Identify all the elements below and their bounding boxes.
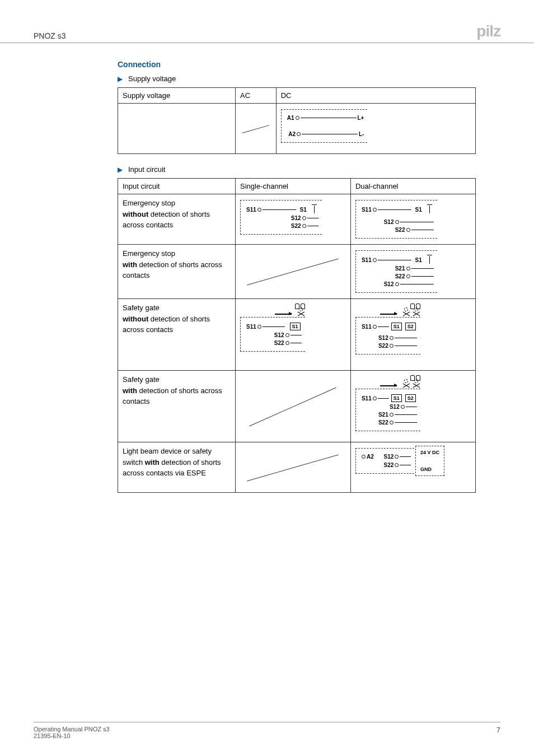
row5-desc: Light beam device or safety switch with … [118,442,236,493]
input-circuit-bullet-text: Input circuit [128,165,165,174]
actuator-icon [297,310,305,318]
input-head-1: Input circuit [118,179,236,194]
row4-desc: Safety gate with detection of shorts acr… [118,371,236,442]
supply-head-3: DC [276,88,475,104]
supply-voltage-table: Supply voltage AC DC A1 L+ A2 L- [118,87,476,154]
estop-icon [426,206,434,213]
actuator-icon [413,310,420,318]
row5-dual: A2 S12 S22 24 V DC GND [350,442,475,493]
estop-icon [311,206,318,213]
footer-doc-number: 21395-EN-10 [34,732,110,739]
footer-left: Operating Manual PNOZ s3 21395-EN-10 [34,726,110,739]
row4-dual: S11 S1S2 S12 S21 S22 [350,371,475,442]
row3-dual: S11 S1S2 S12 S22 [350,299,475,371]
row2-dual: S11 S1 S21 S22 S12 [350,245,475,299]
actuator-icon [413,382,420,390]
arrow-icon [380,385,397,386]
bullet-icon: ▶ [118,166,123,174]
product-name: PNOZ s3 [34,31,66,40]
supply-desc-cell [118,104,236,154]
input-circuit-bullet-line: ▶ Input circuit [118,165,495,174]
page-header: PNOZ s3 pilz [0,0,534,43]
footer-page-number: 7 [496,726,500,739]
row2-desc: Emergency stop with detection of shorts … [118,245,236,299]
row1-dual: S11 S1 S12 S22 [350,194,475,245]
row3-single: S11 S1 S12 S22 [236,299,351,371]
row4-single [236,371,351,442]
row2-single [236,245,351,299]
brand-logo: pilz [476,22,500,40]
footer-manual-title: Operating Manual PNOZ s3 [34,726,110,732]
input-circuit-table: Input circuit Single-channel Dual-channe… [118,178,476,493]
main-content: Connection ▶ Supply voltage Supply volta… [0,43,534,493]
row3-desc: Safety gate without detection of shorts … [118,299,236,371]
input-head-3: Dual-channel [350,179,475,194]
supply-head-2: AC [236,88,277,104]
row1-desc: Emergency stop without detection of shor… [118,194,236,245]
arrow-icon [380,314,397,314]
page-footer: Operating Manual PNOZ s3 21395-EN-10 7 [34,722,500,739]
actuator-icon [402,310,410,318]
bullet-icon: ▶ [118,75,123,83]
row5-single [236,442,351,493]
supply-voltage-bullet-line: ▶ Supply voltage [118,74,495,83]
connection-heading: Connection [118,60,495,69]
arrow-icon [275,314,292,314]
supply-dc-cell: A1 L+ A2 L- [276,104,475,154]
row1-single: S11 S1 S12 S22 [236,194,351,245]
supply-head-1: Supply voltage [118,88,236,104]
input-head-2: Single-channel [236,179,351,194]
supply-ac-cell [236,104,277,154]
estop-icon [426,256,434,264]
supply-voltage-bullet-text: Supply voltage [128,74,176,83]
actuator-icon [402,382,410,390]
